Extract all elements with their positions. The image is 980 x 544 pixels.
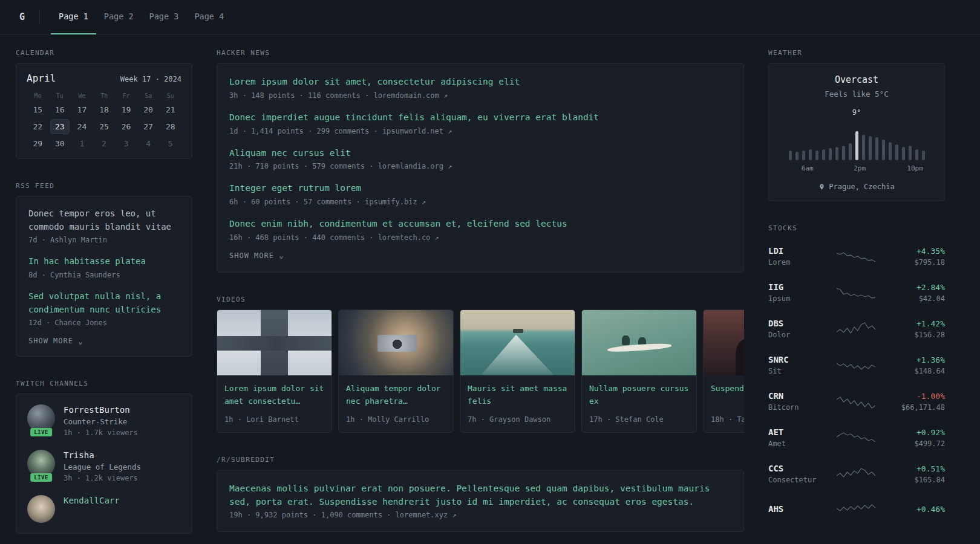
hacker-news-card: Lorem ipsum dolor sit amet, consectetur …	[217, 63, 744, 273]
channel-avatar[interactable]: LIVE	[27, 404, 55, 432]
tab-page-3[interactable]: Page 3	[142, 0, 187, 34]
sparkline-svg	[837, 320, 877, 338]
page-tabs: Page 1 Page 2 Page 3 Page 4	[51, 0, 232, 34]
rss-item-meta: 12d · Chance Jones	[28, 319, 180, 327]
right-column: WEATHER Overcast Feels like 5°C 9° 6am 2…	[768, 49, 945, 526]
subreddit-card: Maecenas mollis pulvinar erat non posuer…	[217, 470, 744, 533]
weather-bar	[815, 151, 818, 160]
hn-item-link[interactable]: Donec enim nibh, condimentum et accumsan…	[229, 218, 731, 231]
stocks-widget-title: STOCKS	[768, 224, 945, 232]
stock-change: +0.51%	[888, 464, 945, 473]
hn-item-domain-link[interactable]: loremtech.co ↗	[378, 233, 439, 242]
stock-ticker: CCS	[768, 464, 825, 473]
stock-row[interactable]: AET Amet +0.92% $499.72	[768, 419, 945, 456]
twitch-channel[interactable]: LIVE Trisha League of Legends 3h · 1.2k …	[27, 450, 181, 482]
calendar-widget: CALENDAR April Week 17 · 2024 Mo Tu We T…	[16, 49, 192, 159]
rss-item-meta: 7d · Ashlyn Martin	[28, 236, 180, 244]
rss-item-link[interactable]: In hac habitasse platea	[28, 255, 180, 268]
rss-item-link[interactable]: Donec tempor eros leo, ut commodo mauris…	[28, 207, 180, 233]
channel-name[interactable]: KendallCarr	[64, 495, 120, 505]
day-header: Fr	[123, 91, 130, 103]
video-card[interactable]: Nullam posuere cursus ex 17h · Stefan Co…	[581, 309, 697, 433]
hn-item: Aliquam nec cursus elit 21h · 710 points…	[229, 147, 731, 171]
twitch-channel[interactable]: LIVE ForrestBurton Counter-Strike 1h · 1…	[27, 404, 181, 437]
hn-item-meta: 16h · 468 points · 440 comments · loremt…	[229, 233, 731, 242]
stock-name: Bitcorn	[768, 403, 825, 412]
channel-name[interactable]: Trisha	[64, 450, 141, 460]
weather-bar	[802, 151, 805, 160]
middle-column: HACKER NEWS Lorem ipsum dolor sit amet, …	[217, 49, 744, 532]
channel-viewers: 3h · 1.2k viewers	[64, 474, 141, 482]
weather-bar	[922, 151, 925, 160]
tab-page-1[interactable]: Page 1	[51, 0, 96, 34]
hn-item-stats: 16h · 468 points · 440 comments ·	[229, 233, 378, 242]
tab-page-2[interactable]: Page 2	[96, 0, 142, 34]
subreddit-post-link[interactable]: Maecenas mollis pulvinar erat non posuer…	[229, 482, 731, 509]
hn-item-domain-link[interactable]: loremdomain.com ↗	[373, 91, 448, 100]
video-meta: 7h · Grayson Dawson	[468, 415, 567, 424]
calendar-days: 15 16 17 18 19 20 21 22 23 24 25 26 27 2…	[27, 103, 181, 151]
topbar: G Page 1 Page 2 Page 3 Page 4	[0, 0, 980, 34]
day-header: Sa	[145, 91, 152, 103]
video-meta: 18h · Tara	[711, 415, 744, 424]
stock-row[interactable]: LDI Lorem +4.35% $795.18	[768, 238, 945, 274]
video-thumbnail[interactable]	[460, 310, 575, 375]
weather-bar	[822, 149, 825, 160]
rss-item-link[interactable]: Sed volutpat nulla nisl, a condimentum n…	[28, 290, 180, 316]
hn-item-link[interactable]: Aliquam nec cursus elit	[229, 147, 731, 160]
video-card[interactable]: Suspendisse diam 18h · Tara	[703, 309, 744, 433]
calendar-card: April Week 17 · 2024 Mo Tu We Th Fr Sa S…	[16, 63, 192, 159]
video-meta: 17h · Stefan Cole	[589, 415, 689, 424]
stock-id: AHS	[768, 504, 825, 514]
stock-ticker: IIG	[768, 282, 825, 292]
channel-avatar[interactable]: LIVE	[27, 450, 55, 478]
rss-show-more-button[interactable]: SHOW MORE ⌄	[28, 337, 83, 345]
topbar-divider	[39, 10, 40, 24]
hn-item-link[interactable]: Donec imperdiet augue tincidunt felis al…	[229, 111, 731, 125]
hn-item-link[interactable]: Integer eget rutrum lorem	[229, 182, 731, 195]
twitch-channel[interactable]: KendallCarr	[27, 495, 181, 523]
hacker-news-widget-title: HACKER NEWS	[217, 49, 744, 57]
channel-game[interactable]: League of Legends	[64, 462, 141, 471]
video-card[interactable]: Aliquam tempor dolor nec pharetra… 1h · …	[338, 309, 454, 433]
weather-time-labels: 6am 2pm 10pm	[780, 164, 933, 173]
stock-price: $156.28	[888, 331, 945, 339]
rss-card: Donec tempor eros leo, ut commodo mauris…	[16, 196, 192, 357]
video-thumbnail[interactable]	[704, 310, 744, 375]
channel-name[interactable]: ForrestBurton	[64, 404, 138, 415]
hn-item-domain-link[interactable]: ipsumify.biz ↗	[365, 198, 426, 206]
hn-item-domain-link[interactable]: ipsumworld.net ↗	[382, 127, 452, 135]
stock-price: $165.84	[888, 476, 945, 484]
stock-change: +1.42%	[888, 319, 945, 328]
stock-sparkline	[825, 247, 888, 265]
video-thumbnail[interactable]	[582, 310, 696, 375]
stock-row[interactable]: CRN Bitcorn -1.00% $66,171.48	[768, 383, 945, 419]
stock-row[interactable]: DBS Dolor +1.42% $156.28	[768, 311, 945, 347]
weather-bar-chart	[780, 123, 933, 160]
hn-item-link[interactable]: Lorem ipsum dolor sit amet, consectetur …	[229, 76, 731, 89]
weather-bar-highlight	[855, 131, 858, 160]
stock-id: SNRC Sit	[768, 355, 825, 375]
video-thumbnail[interactable]	[339, 310, 453, 375]
stock-row[interactable]: IIG Ipsum +2.84% $42.04	[768, 274, 945, 311]
hn-item-domain-link[interactable]: loremlandia.org ↗	[378, 162, 452, 170]
channel-avatar[interactable]	[27, 495, 55, 523]
video-card[interactable]: Lorem ipsum dolor sit amet consectetu… 1…	[217, 309, 332, 433]
subreddit-domain-link[interactable]: loremnet.xyz ↗	[396, 511, 457, 519]
stock-ticker: AET	[768, 427, 825, 437]
stock-row[interactable]: SNRC Sit +1.36% $148.64	[768, 347, 945, 383]
video-card[interactable]: Mauris sit amet massa felis 7h · Grayson…	[460, 309, 575, 433]
video-thumbnail[interactable]	[217, 310, 332, 375]
channel-game[interactable]: Counter-Strike	[64, 417, 138, 426]
day-header: Th	[100, 91, 108, 103]
stock-price: $795.18	[888, 258, 945, 267]
stock-row[interactable]: CCS Consectetur +0.51% $165.84	[768, 456, 945, 492]
weather-bar	[789, 151, 792, 160]
tab-page-4[interactable]: Page 4	[186, 0, 232, 34]
calendar-month: April	[27, 73, 56, 84]
hn-show-more-button[interactable]: SHOW MORE ⌄	[229, 251, 284, 260]
stock-row[interactable]: AHS +0.46%	[768, 492, 945, 526]
calendar-day: 15	[28, 103, 47, 117]
calendar-day: 22	[28, 120, 47, 134]
app-logo[interactable]: G	[16, 10, 28, 24]
